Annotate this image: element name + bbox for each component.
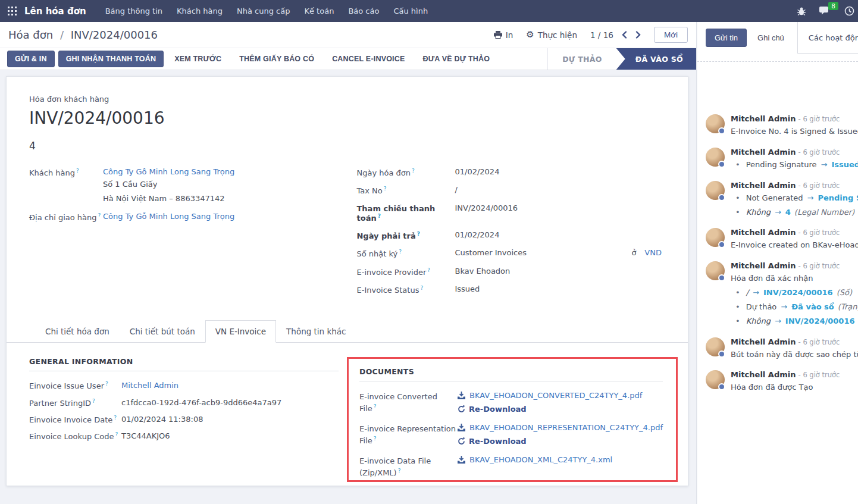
nav-item-customers[interactable]: Khách hàng <box>170 1 230 21</box>
apps-menu-button[interactable] <box>0 7 24 15</box>
due-date-value[interactable]: 01/02/2024 <box>455 230 499 240</box>
payment-ref-value[interactable]: INV/2024/00016 <box>455 204 518 223</box>
statusbar: DỰ THẢO ĐÃ VÀO SỔ <box>547 48 696 70</box>
breadcrumb-current: INV/2024/00016 <box>71 29 158 41</box>
print-label: In <box>506 30 513 40</box>
message-author[interactable]: Mitchell Admin <box>731 370 796 379</box>
currency-link[interactable]: VND <box>644 248 662 258</box>
chatter-message: Mitchell Admin - 6 giờ trước E-Invoice c… <box>706 228 858 251</box>
converted-redownload-link[interactable]: Re-Download <box>458 405 642 414</box>
message-text: Bút toán này đã được sao chép từ IN <box>731 349 858 361</box>
delivery-address-link[interactable]: Công Ty Gỗ Minh Long Sang Trọng <box>103 212 234 221</box>
issue-user-link[interactable]: Mitchell Admin <box>121 381 179 390</box>
refresh-icon <box>458 405 465 413</box>
pager-next-icon[interactable] <box>635 31 641 39</box>
avatar[interactable] <box>706 261 725 280</box>
customer-link[interactable]: Công Ty Gỗ Minh Long Sang Trọng <box>103 167 234 176</box>
message-author[interactable]: Mitchell Admin <box>731 228 796 237</box>
einvoice-number: 4 <box>29 140 677 152</box>
send-print-button[interactable]: GỬI & IN <box>7 51 55 67</box>
pager: 1 / 16 <box>590 30 641 40</box>
action-bar: GỬI & IN GHI NHẬN THANH TOÁN XEM TRƯỚC T… <box>0 48 696 70</box>
message-time: - 6 giờ trước <box>798 148 840 156</box>
activities-clock-icon[interactable] <box>844 6 854 16</box>
message-author[interactable]: Mitchell Admin <box>731 114 796 123</box>
message-author[interactable]: Mitchell Admin <box>731 148 796 156</box>
message-author[interactable]: Mitchell Admin <box>731 261 796 270</box>
chatter-separator <box>697 61 858 62</box>
notebook-tabs: Chi tiết hóa đơn Chi tiết bút toán VN E-… <box>7 320 688 343</box>
tax-no-field-label: Tax No <box>356 185 455 195</box>
register-payment-button[interactable]: GHI NHẬN THANH TOÁN <box>58 51 164 67</box>
documents-section-highlighted: DOCUMENTS E-invoice Converted File <box>347 357 678 482</box>
message-author[interactable]: Mitchell Admin <box>731 337 796 346</box>
avatar[interactable] <box>706 337 725 356</box>
representation-redownload-link[interactable]: Re-Download <box>458 437 663 446</box>
online-status-dot <box>718 241 725 248</box>
messages-icon[interactable]: 8 <box>819 6 831 16</box>
status-draft[interactable]: DỰ THẢO <box>548 48 616 70</box>
new-record-button[interactable]: Mới <box>654 27 688 43</box>
control-panel: Hóa đơn / INV/2024/00016 In ⚙ Thực hiện … <box>0 22 696 48</box>
tracking-arrow: → <box>821 160 828 169</box>
send-message-button[interactable]: Gửi tin <box>706 29 747 47</box>
document-type-label: Hóa đơn khách hàng <box>29 95 677 104</box>
online-status-dot <box>718 350 725 358</box>
online-status-dot <box>718 194 725 201</box>
print-button[interactable]: In <box>494 30 513 40</box>
reset-to-draft-button[interactable]: ĐƯA VỀ DỰ THẢO <box>416 51 497 67</box>
message-author[interactable]: Mitchell Admin <box>731 181 796 190</box>
avatar[interactable] <box>706 181 725 200</box>
tracking-change: •Not Generated→Pending Sign <box>731 193 858 204</box>
avatar[interactable] <box>706 114 725 133</box>
einvoice-invoice-date-value: 01/02/2024 11:38:08 <box>121 415 203 424</box>
nav-item-settings[interactable]: Cấu hình <box>386 1 435 21</box>
avatar[interactable] <box>706 228 725 247</box>
debug-bug-icon[interactable] <box>797 7 806 16</box>
journal-field-label: Sổ nhật ký <box>356 248 455 258</box>
schedule-activity-button[interactable]: Các hoạt động <box>797 22 858 54</box>
data-file-link[interactable]: BKAV_EHOADON_XML_C24TYY_4.xml <box>458 455 612 464</box>
breadcrumb-parent[interactable]: Hóa đơn <box>8 29 53 41</box>
gear-icon: ⚙ <box>526 30 534 39</box>
app-brand[interactable]: Lên hóa đơn <box>24 6 86 17</box>
action-menu-button[interactable]: ⚙ Thực hiện <box>526 30 577 40</box>
invoice-date-value[interactable]: 01/02/2024 <box>455 167 499 177</box>
einvoice-provider-field-label: E-invoice Provider <box>356 267 455 277</box>
avatar[interactable] <box>706 370 725 389</box>
tracking-change: •Không→4(Legal Number) <box>731 207 858 218</box>
nav-item-vendors[interactable]: Nhà cung cấp <box>230 1 297 21</box>
avatar[interactable] <box>706 148 725 167</box>
nav-item-dashboard[interactable]: Bảng thông tin <box>98 1 170 21</box>
cancel-einvoice-button[interactable]: CANCEL E-INVOICE <box>325 51 412 67</box>
message-list: Mitchell Admin - 6 giờ trước E-Invoice N… <box>697 114 858 393</box>
tracking-change: •Pending Signature→Issued(E <box>731 159 858 171</box>
add-credit-note-button[interactable]: THÊM GIẤY BÁO CÓ <box>232 51 321 67</box>
issue-user-field-label: Einvoice Issue User <box>29 381 121 390</box>
tab-other-info[interactable]: Thông tin khác <box>276 320 356 343</box>
refresh-icon <box>458 437 465 445</box>
tab-vn-einvoice[interactable]: VN E-Invoice <box>205 320 276 343</box>
converted-file-link[interactable]: BKAV_EHOADON_CONVERTED_C24TYY_4.pdf <box>458 391 642 400</box>
tab-invoice-lines[interactable]: Chi tiết hóa đơn <box>35 320 120 343</box>
pager-previous-icon[interactable] <box>622 31 627 39</box>
chatter-message: Mitchell Admin - 6 giờ trước Bút toán nà… <box>706 337 858 361</box>
journal-value[interactable]: Customer Invoices <box>455 248 527 258</box>
tracking-arrow: → <box>807 193 814 202</box>
tab-journal-items[interactable]: Chi tiết bút toán <box>120 320 205 343</box>
einvoice-provider-value[interactable]: Bkav Ehoadon <box>455 267 510 277</box>
nav-item-reports[interactable]: Báo cáo <box>341 1 386 21</box>
printer-icon <box>494 31 502 39</box>
chatter-message: Mitchell Admin - 6 giờ trước Hóa đơn đã … <box>706 261 858 327</box>
customer-field-label: Khách hàng <box>29 167 103 204</box>
nav-item-accounting[interactable]: Kế toán <box>297 1 341 21</box>
message-text: E-Invoice created on BKav-eHoadon: <box>731 240 858 251</box>
tracking-change: •Không→INV/2024/00016(Tha <box>731 316 858 327</box>
message-text: Hóa đơn đã được Tạo <box>731 382 858 393</box>
representation-file-link[interactable]: BKAV_EHOADON_REPRESENTATION_C24TYY_4.pdf <box>458 423 663 432</box>
invoice-date-field-label: Ngày hóa đơn <box>356 167 455 177</box>
preview-button[interactable]: XEM TRƯỚC <box>167 51 228 67</box>
log-note-button[interactable]: Ghi chú <box>751 29 790 46</box>
tax-no-value[interactable]: / <box>455 185 457 195</box>
chatter-message: Mitchell Admin - 6 giờ trước •Not Genera… <box>706 181 858 218</box>
